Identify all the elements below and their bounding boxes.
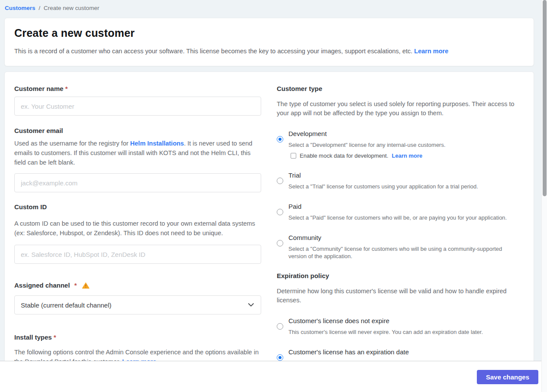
custom-id-description: A custom ID can be used to tie this cust… <box>14 219 261 238</box>
license-has-expiration-radio[interactable] <box>277 354 283 361</box>
form-right-column: Customer type The type of customer you s… <box>277 85 521 370</box>
option-title: Development <box>288 130 521 138</box>
header-learn-more-link[interactable]: Learn more <box>414 48 448 55</box>
expiration-policy-options: Customer's license does not expire This … <box>277 317 521 367</box>
option-title: Community <box>288 233 521 242</box>
required-asterisk: * <box>54 334 56 341</box>
option-description: Select a "Paid" license for customers wh… <box>288 214 521 221</box>
custom-id-input[interactable] <box>14 245 261 264</box>
radio-option-no-expire: Customer's license does not expire This … <box>277 317 521 336</box>
option-description: Select a "Community" license for custome… <box>288 245 521 260</box>
customer-name-input[interactable] <box>14 97 261 116</box>
community-radio[interactable] <box>277 240 283 246</box>
development-radio[interactable] <box>277 136 283 143</box>
expiration-policy-description: Determine how long this customer's licen… <box>277 287 521 305</box>
option-description: Select a "Development" license for any i… <box>288 141 521 149</box>
customer-email-label: Customer email <box>14 127 261 135</box>
customer-type-heading: Customer type <box>277 85 521 92</box>
option-title: Trial <box>288 171 521 179</box>
mock-data-row: Enable mock data for development. Learn … <box>291 152 521 159</box>
option-title: Paid <box>288 202 521 211</box>
custom-id-label: Custom ID <box>14 203 261 211</box>
assigned-channel-label: Assigned channel* <box>14 282 261 289</box>
header-card: Create a new customer This is a record o… <box>4 18 534 66</box>
assigned-channel-select[interactable]: Stable (current default channel) <box>14 295 261 314</box>
customer-email-description-before: Used as the username for the registry fo… <box>14 140 130 147</box>
breadcrumb-separator: / <box>39 5 40 11</box>
radio-option-community: Community Select a "Community" license f… <box>277 233 521 260</box>
customer-email-description: Used as the username for the registry fo… <box>14 139 261 167</box>
save-changes-button[interactable]: Save changes <box>477 370 538 384</box>
required-asterisk: * <box>65 85 68 92</box>
scrollbar[interactable] <box>541 0 547 392</box>
radio-option-paid: Paid Select a "Paid" license for custome… <box>277 202 521 221</box>
assigned-channel-label-text: Assigned channel <box>14 282 70 289</box>
create-customer-form: Customer name* Customer email Used as th… <box>4 71 534 370</box>
breadcrumb-current: Create new customer <box>44 5 99 11</box>
radio-option-development: Development Select a "Development" licen… <box>277 130 521 159</box>
expiration-policy-heading: Expiration policy <box>277 272 521 279</box>
customer-name-label-text: Customer name <box>14 85 63 92</box>
option-title: Customer's license has an expiration dat… <box>288 348 521 356</box>
radio-option-trial: Trial Select a "Trial" license for custo… <box>277 171 521 190</box>
license-does-not-expire-radio[interactable] <box>277 323 283 330</box>
trial-radio[interactable] <box>277 178 283 184</box>
customer-email-input[interactable] <box>14 173 261 192</box>
page: Customers / Create new customer Create a… <box>0 0 541 392</box>
required-asterisk: * <box>74 282 77 289</box>
breadcrumb-customers-link[interactable]: Customers <box>5 5 36 11</box>
mock-data-checkbox[interactable] <box>291 153 296 159</box>
paid-radio[interactable] <box>277 209 283 215</box>
install-types-label-text: Install types <box>14 334 52 341</box>
scrollbar-thumb[interactable] <box>543 0 547 196</box>
chevron-down-icon <box>248 303 254 307</box>
page-title: Create a new customer <box>14 27 521 39</box>
customer-name-label: Customer name* <box>14 85 261 93</box>
mock-data-checkbox-label: Enable mock data for development. <box>300 152 388 159</box>
customer-type-description: The type of customer you select is used … <box>277 100 521 118</box>
option-title: Customer's license does not expire <box>288 317 521 325</box>
mock-data-learn-more-link[interactable]: Learn more <box>392 152 423 159</box>
form-footer: Save changes <box>0 361 541 392</box>
form-left-column: Customer name* Customer email Used as th… <box>14 85 261 370</box>
helm-installations-link[interactable]: Helm Installations <box>130 140 184 147</box>
page-description: This is a record of a customer who can a… <box>14 47 521 55</box>
option-description: Select a "Trial" license for customers u… <box>288 183 521 190</box>
breadcrumb: Customers / Create new customer <box>0 0 541 11</box>
warning-icon <box>82 282 90 289</box>
assigned-channel-selected-value: Stable (current default channel) <box>21 301 111 309</box>
page-description-text: This is a record of a customer who can a… <box>14 48 412 55</box>
option-description: This customer's license will never expir… <box>288 328 521 336</box>
install-types-label: Install types* <box>14 334 261 341</box>
customer-type-options: Development Select a "Development" licen… <box>277 130 521 260</box>
